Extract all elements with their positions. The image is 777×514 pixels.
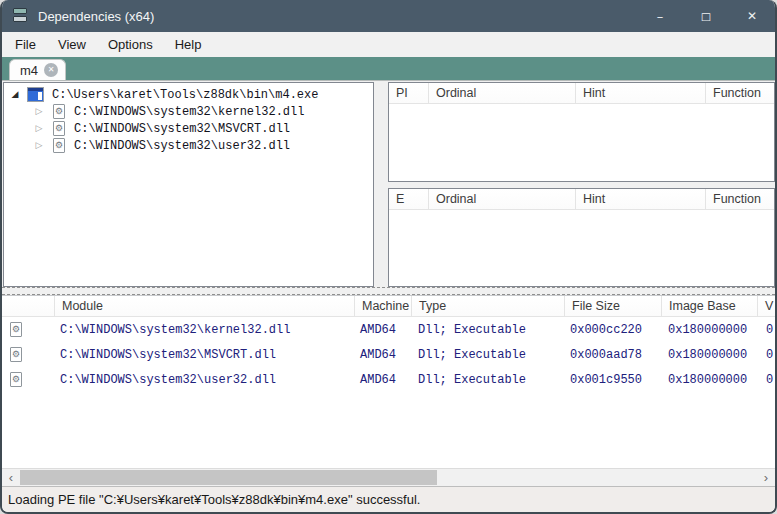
tab-m4[interactable]: m4 ✕ [9, 59, 66, 80]
menu-file[interactable]: File [4, 33, 47, 56]
dll-icon: ⚙ [10, 322, 22, 337]
module-virtual-size: 0 [758, 373, 775, 387]
tab-close-button[interactable]: ✕ [44, 63, 58, 77]
horizontal-splitter[interactable] [2, 287, 775, 295]
module-image-base: 0x180000000 [662, 348, 758, 362]
module-path: C:\WINDOWS\system32\user32.dll [55, 373, 355, 387]
gear-icon: ⚙ [55, 107, 63, 116]
column-header-hint[interactable]: Hint [576, 189, 706, 209]
menu-help[interactable]: Help [164, 33, 213, 56]
scroll-right-icon[interactable]: › [757, 469, 775, 486]
column-header-ordinal[interactable]: Ordinal [429, 189, 576, 209]
app-window: Dependencies (x64) – □ ✕ File View Optio… [0, 0, 777, 514]
window-title: Dependencies (x64) [38, 9, 154, 24]
module-machine: AMD64 [355, 348, 412, 362]
module-virtual-size: 0 [758, 348, 775, 362]
titlebar[interactable]: Dependencies (x64) – □ ✕ [2, 0, 775, 32]
menubar: File View Options Help [2, 32, 775, 57]
scrollbar-thumb[interactable] [20, 470, 437, 485]
tab-close-icon: ✕ [48, 66, 55, 74]
tree-row-user32[interactable]: ▷ ⚙ C:\WINDOWS\system32\user32.dll [4, 137, 373, 154]
tree-row-msvcrt[interactable]: ▷ ⚙ C:\WINDOWS\system32\MSVCRT.dll [4, 120, 373, 137]
expander-collapsed-icon[interactable]: ▷ [33, 107, 45, 116]
column-header-e[interactable]: E [389, 189, 429, 209]
tree-row-root[interactable]: ◢ C:\Users\karet\Tools\z88dk\bin\m4.exe [4, 86, 373, 103]
column-header-icon[interactable] [2, 296, 55, 316]
module-machine: AMD64 [355, 373, 412, 387]
column-header-pi[interactable]: PI [389, 83, 429, 103]
tree-item-label: C:\WINDOWS\system32\user32.dll [74, 139, 290, 153]
dll-icon: ⚙ [10, 347, 22, 362]
column-header-module[interactable]: Module [55, 296, 355, 316]
minimize-button[interactable]: – [637, 0, 683, 32]
expander-collapsed-icon[interactable]: ▷ [33, 124, 45, 133]
module-type: Dll; Executable [412, 348, 565, 362]
dll-icon: ⚙ [53, 138, 65, 153]
column-header-hint[interactable]: Hint [576, 83, 706, 103]
dll-icon: ⚙ [10, 372, 22, 387]
column-header-function[interactable]: Function [706, 83, 774, 103]
maximize-icon: □ [701, 10, 711, 22]
modules-panel[interactable]: Module Machine Type File Size Image Base… [2, 295, 775, 468]
tree-row-kernel32[interactable]: ▷ ⚙ C:\WINDOWS\system32\kernel32.dll [4, 103, 373, 120]
close-icon: ✕ [747, 9, 757, 23]
expander-expanded-icon[interactable]: ◢ [9, 90, 21, 99]
menu-options[interactable]: Options [97, 33, 164, 56]
column-header-virtual-size[interactable]: V [758, 296, 775, 316]
column-header-ordinal[interactable]: Ordinal [429, 83, 576, 103]
imports-panel[interactable]: PI Ordinal Hint Function [388, 82, 775, 182]
app-icon [12, 8, 29, 24]
gear-icon: ⚙ [55, 141, 63, 150]
dll-icon: ⚙ [53, 121, 65, 136]
tab-strip: m4 ✕ [2, 57, 775, 81]
horizontal-scrollbar[interactable]: ‹ › [2, 468, 775, 486]
gear-icon: ⚙ [12, 325, 20, 334]
module-type: Dll; Executable [412, 373, 565, 387]
imports-header: PI Ordinal Hint Function [389, 83, 774, 104]
modules-header: Module Machine Type File Size Image Base… [2, 296, 775, 317]
module-path: C:\WINDOWS\system32\MSVCRT.dll [55, 348, 355, 362]
minimize-icon: – [657, 9, 664, 24]
column-header-machine[interactable]: Machine [355, 296, 412, 316]
module-file-size: 0x001c9550 [565, 373, 662, 387]
vertical-splitter[interactable] [374, 82, 388, 287]
gear-icon: ⚙ [55, 124, 63, 133]
module-row-kernel32[interactable]: ⚙ C:\WINDOWS\system32\kernel32.dll AMD64… [2, 317, 775, 342]
maximize-button[interactable]: □ [683, 0, 729, 32]
module-row-user32[interactable]: ⚙ C:\WINDOWS\system32\user32.dll AMD64 D… [2, 367, 775, 392]
exe-icon [28, 88, 43, 101]
expander-collapsed-icon[interactable]: ▷ [33, 141, 45, 150]
app-icon-part [13, 16, 27, 22]
dll-icon: ⚙ [53, 104, 65, 119]
dependency-tree-panel[interactable]: ◢ C:\Users\karet\Tools\z88dk\bin\m4.exe … [3, 82, 374, 287]
app-icon-part [13, 8, 27, 14]
module-file-size: 0x000aad78 [565, 348, 662, 362]
column-header-image-base[interactable]: Image Base [662, 296, 758, 316]
module-path: C:\WINDOWS\system32\kernel32.dll [55, 323, 355, 337]
module-virtual-size: 0 [758, 323, 775, 337]
exports-header: E Ordinal Hint Function [389, 189, 774, 210]
status-message: Loading PE file "C:¥Users¥karet¥Tools¥z8… [8, 492, 420, 507]
column-header-type[interactable]: Type [412, 296, 565, 316]
tree-item-label: C:\Users\karet\Tools\z88dk\bin\m4.exe [52, 88, 318, 102]
column-header-file-size[interactable]: File Size [565, 296, 662, 316]
module-row-msvcrt[interactable]: ⚙ C:\WINDOWS\system32\MSVCRT.dll AMD64 D… [2, 342, 775, 367]
gear-icon: ⚙ [12, 350, 20, 359]
module-file-size: 0x000cc220 [565, 323, 662, 337]
close-button[interactable]: ✕ [729, 0, 775, 32]
column-header-function[interactable]: Function [706, 189, 774, 209]
module-machine: AMD64 [355, 323, 412, 337]
module-type: Dll; Executable [412, 323, 565, 337]
module-image-base: 0x180000000 [662, 373, 758, 387]
tree-item-label: C:\WINDOWS\system32\MSVCRT.dll [74, 122, 290, 136]
module-image-base: 0x180000000 [662, 323, 758, 337]
tab-label: m4 [20, 63, 38, 78]
status-bar: Loading PE file "C:¥Users¥karet¥Tools¥z8… [2, 486, 775, 512]
window-controls: – □ ✕ [637, 0, 775, 32]
tree-item-label: C:\WINDOWS\system32\kernel32.dll [74, 105, 304, 119]
gear-icon: ⚙ [12, 375, 20, 384]
exports-panel[interactable]: E Ordinal Hint Function [388, 188, 775, 287]
menu-view[interactable]: View [47, 33, 97, 56]
scroll-left-icon[interactable]: ‹ [2, 469, 20, 486]
